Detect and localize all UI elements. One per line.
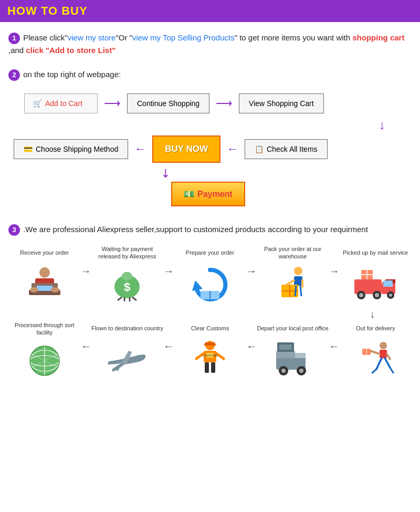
flow-row2: 💳 Choose Shipping Method ← BUY NOW ← 📋 C… bbox=[14, 135, 412, 163]
svg-marker-15 bbox=[192, 280, 203, 291]
process-item-customs: Clear Customs bbox=[174, 321, 246, 379]
svg-text:$: $ bbox=[124, 280, 130, 294]
choose-shipping-label: Choose Shipping Method bbox=[36, 145, 118, 153]
svg-point-6 bbox=[51, 287, 59, 292]
process-item-flown: Flown to destination country bbox=[91, 321, 164, 379]
svg-point-56 bbox=[281, 369, 286, 373]
process-icon-pickup bbox=[352, 263, 399, 302]
svg-rect-61 bbox=[204, 344, 216, 346]
arrow-right-2: ⟶ bbox=[216, 97, 233, 110]
header-banner: HOW TO BUY bbox=[0, 0, 420, 22]
arrow-down-icon: ↓ bbox=[379, 118, 385, 132]
process-row1: Receive your order → Waiting for payment… bbox=[8, 245, 412, 303]
step1-text: 1 Please click"view my store"Or "view my… bbox=[8, 32, 412, 57]
svg-rect-41 bbox=[380, 350, 387, 358]
step1-num: 1 bbox=[8, 33, 20, 44]
svg-rect-63 bbox=[205, 362, 209, 373]
arrow-down-container: ↓ bbox=[8, 118, 385, 132]
add-to-cart-button[interactable]: 🛒 Add to Cart bbox=[24, 93, 98, 113]
svg-rect-64 bbox=[211, 362, 215, 373]
link-top-selling[interactable]: view my Top Selling Products bbox=[132, 33, 235, 42]
check-all-label: Check All Items bbox=[267, 145, 317, 153]
buy-now-button[interactable]: BUY NOW bbox=[152, 135, 220, 163]
svg-point-5 bbox=[30, 287, 38, 292]
process-item-prepare: Prepare your order bbox=[174, 245, 246, 302]
process-icon-pack bbox=[269, 264, 317, 303]
choose-shipping-button[interactable]: 💳 Choose Shipping Method bbox=[14, 139, 128, 159]
highlight-add-to-store: click "Add to store List" bbox=[26, 46, 116, 55]
diagonal-arrow-container: ↘ bbox=[161, 166, 412, 180]
svg-rect-4 bbox=[37, 286, 52, 291]
arrow-proc-4: → bbox=[329, 265, 339, 277]
svg-rect-10 bbox=[124, 272, 130, 276]
step2-label: on the top right of webpage: bbox=[23, 70, 121, 79]
svg-rect-51 bbox=[276, 351, 295, 358]
add-to-cart-label: Add to Cart bbox=[45, 99, 82, 108]
continue-shopping-button[interactable]: Continue Shopping bbox=[127, 93, 209, 113]
process-item-payment-wait: Waiting for payment released by Aliexpre… bbox=[91, 245, 164, 303]
arrow-proc-7: → bbox=[163, 341, 174, 353]
process-label-depart-post: Depart your local post office bbox=[257, 321, 329, 336]
process-item-pack: Pack your order at our warehouse bbox=[257, 245, 329, 303]
check-all-items-button[interactable]: 📋 Check All Items bbox=[245, 139, 327, 159]
step2-text: 2 on the top right of webpage: bbox=[8, 68, 412, 81]
process-section: Receive your order → Waiting for payment… bbox=[0, 240, 420, 389]
link-view-store[interactable]: view my store bbox=[68, 33, 116, 42]
flow-diagram: 🛒 Add to Cart ⟶ Continue Shopping ⟶ View… bbox=[0, 88, 420, 217]
view-cart-button[interactable]: View Shopping Cart bbox=[239, 93, 323, 113]
process-icon-prepare bbox=[186, 263, 234, 302]
svg-point-0 bbox=[39, 267, 50, 278]
svg-point-32 bbox=[359, 293, 363, 297]
process-icon-sort bbox=[21, 339, 68, 379]
payment-button[interactable]: 💵 Payment bbox=[171, 182, 245, 206]
process-label-delivery: Out for delivery bbox=[356, 321, 395, 336]
arrow-proc-5: → bbox=[329, 341, 339, 353]
process-label-flown: Flown to destination country bbox=[91, 321, 163, 336]
buy-now-label: BUY NOW bbox=[165, 144, 208, 154]
step2-num: 2 bbox=[8, 69, 20, 81]
cash-icon: 💵 bbox=[184, 189, 194, 199]
diagonal-arrow-icon: ↘ bbox=[157, 164, 173, 181]
process-icon-depart-post bbox=[269, 339, 317, 379]
step3-text: .We are professional Aliexpress seller,s… bbox=[23, 225, 368, 234]
svg-rect-19 bbox=[294, 276, 302, 286]
process-label-pack: Pack your order at our warehouse bbox=[257, 245, 329, 260]
card-icon: 💳 bbox=[24, 145, 33, 153]
arrow-proc-3: → bbox=[246, 265, 257, 277]
svg-point-36 bbox=[389, 294, 392, 297]
process-label-prepare: Prepare your order bbox=[186, 245, 234, 260]
svg-line-23 bbox=[287, 280, 294, 285]
svg-line-48 bbox=[372, 369, 376, 373]
svg-rect-30 bbox=[383, 280, 393, 287]
process-label-customs: Clear Customs bbox=[191, 321, 229, 336]
process-item-receive: Receive your order bbox=[8, 245, 81, 302]
process-label-pickup: Picked up by mail service bbox=[343, 245, 408, 260]
svg-line-12 bbox=[132, 297, 136, 300]
process-label-sort: Processed through sort facility bbox=[8, 321, 81, 337]
continue-shopping-label: Continue Shopping bbox=[137, 99, 200, 108]
arrow-proc-8: → bbox=[81, 341, 91, 353]
process-item-delivery: Out for delivery bbox=[339, 321, 412, 379]
arrow-proc-6: → bbox=[246, 341, 257, 353]
step3-num: 3 bbox=[8, 224, 20, 236]
svg-line-42 bbox=[370, 351, 380, 354]
process-icon-delivery bbox=[352, 339, 399, 379]
svg-rect-54 bbox=[279, 344, 292, 350]
step1-section: 1 Please click"view my store"Or "view my… bbox=[0, 27, 420, 64]
process-label-receive: Receive your order bbox=[20, 245, 69, 260]
svg-line-25 bbox=[295, 286, 296, 296]
check-icon: 📋 bbox=[255, 145, 264, 153]
svg-rect-52 bbox=[295, 353, 306, 358]
page-title: HOW TO BUY bbox=[7, 4, 88, 18]
step3-section: 3 .We are professional Aliexpress seller… bbox=[8, 223, 412, 236]
process-icon-flown bbox=[103, 339, 151, 379]
process-icon-receive bbox=[21, 263, 68, 302]
svg-line-46 bbox=[376, 358, 382, 369]
arrow-right-1: ⟶ bbox=[104, 97, 121, 110]
arrow-left-2: ← bbox=[227, 142, 238, 156]
process-item-sort: Processed through sort facility bbox=[8, 321, 81, 379]
svg-text:CUSTOMS: CUSTOMS bbox=[202, 354, 218, 357]
arrow-proc-2: → bbox=[163, 265, 174, 277]
process-item-pickup: Picked up by mail service bbox=[339, 245, 412, 302]
process-icon-payment-wait: $ bbox=[103, 264, 151, 303]
